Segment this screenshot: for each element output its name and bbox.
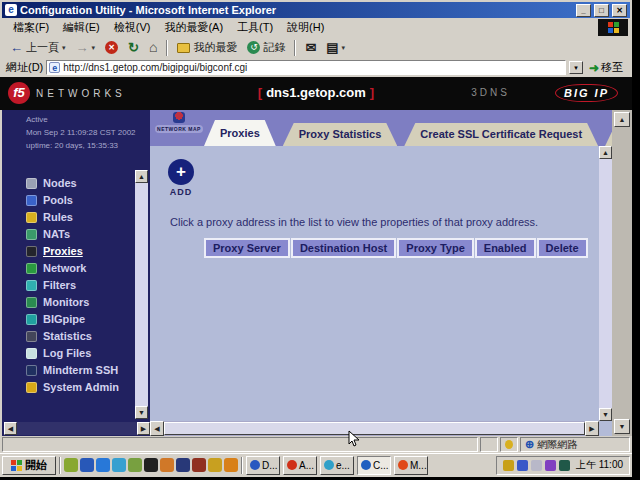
content-horizontal-scrollbar[interactable]: ◀ ▶ — [150, 421, 599, 436]
minimize-button[interactable]: _ — [576, 4, 591, 17]
bigip-product-link[interactable]: BIG IP — [555, 84, 618, 102]
print-dropdown-icon[interactable]: ▾ — [342, 44, 346, 52]
scrollbar-track[interactable] — [135, 183, 148, 406]
scroll-right-icon[interactable]: ▶ — [137, 422, 150, 435]
address-bar: 網址(D) e http://dns1.getop.com/bigipgui/b… — [2, 58, 630, 77]
stop-icon: ✕ — [105, 41, 118, 54]
browser-toolbar: ← 上一頁 ▾ → ▾ ✕ ↻ ⌂ 我的最愛 ↺ 記錄 ✉ ▤ — [2, 37, 630, 58]
sidebar-item-network[interactable]: Network — [2, 260, 150, 277]
tray-icon[interactable] — [559, 460, 570, 471]
tray-icon[interactable] — [517, 460, 528, 471]
sidebar-item-system-admin[interactable]: System Admin — [2, 379, 150, 396]
column-header-proxy-type[interactable]: Proxy Type — [397, 238, 474, 258]
stop-button[interactable]: ✕ — [101, 40, 122, 55]
sidebar-horizontal-scrollbar[interactable]: ◀ ▶ — [4, 422, 150, 435]
url-input[interactable]: e http://dns1.getop.com/bigipgui/bigconf… — [46, 60, 566, 75]
tray-icon[interactable] — [503, 460, 514, 471]
network-map-button[interactable]: NETWORK MAP — [155, 112, 203, 133]
refresh-button[interactable]: ↻ — [124, 40, 143, 55]
favorites-button[interactable]: 我的最愛 — [173, 39, 241, 56]
scroll-left-icon[interactable]: ◀ — [150, 421, 164, 436]
column-header-destination-host[interactable]: Destination Host — [291, 238, 396, 258]
forward-dropdown-icon[interactable]: ▾ — [92, 44, 96, 52]
scroll-down-icon[interactable]: ▼ — [599, 408, 612, 421]
menu-view[interactable]: 檢視(V) — [107, 18, 158, 37]
sidebar-item-filters[interactable]: Filters — [2, 277, 150, 294]
sidebar-item-statistics[interactable]: Statistics — [2, 328, 150, 345]
taskbar-window-button[interactable]: A... — [283, 456, 317, 475]
back-button[interactable]: ← 上一頁 ▾ — [6, 39, 70, 56]
window-titlebar[interactable]: e Configuration Utility - Microsoft Inte… — [2, 2, 630, 18]
menu-edit[interactable]: 編輯(E) — [56, 18, 107, 37]
tab-proxies[interactable]: Proxies — [204, 120, 276, 146]
tab-proxy-statistics[interactable]: Proxy Statistics — [283, 123, 398, 146]
scroll-left-icon[interactable]: ◀ — [4, 422, 17, 435]
sidebar-item-bigpipe[interactable]: BIGpipe — [2, 311, 150, 328]
content-vertical-scrollbar[interactable]: ▲ ▼ — [599, 146, 612, 421]
desktop: e Configuration Utility - Microsoft Inte… — [0, 0, 632, 477]
sidebar-item-nats[interactable]: NATs — [2, 226, 150, 243]
column-header-delete[interactable]: Delete — [537, 238, 588, 258]
quick-launch-icon[interactable] — [64, 458, 78, 472]
mail-button[interactable]: ✉ — [301, 40, 320, 55]
sidebar-item-rules[interactable]: Rules — [2, 209, 150, 226]
tab-create-ssl-certificate-request[interactable]: Create SSL Certificate Request — [404, 123, 598, 146]
add-proxy-button[interactable]: + — [168, 159, 194, 185]
scroll-up-icon[interactable]: ▲ — [599, 146, 612, 159]
quick-launch-icon[interactable] — [224, 458, 238, 472]
sidebar-item-log-files[interactable]: Log Files — [2, 345, 150, 362]
scroll-down-icon[interactable]: ▼ — [135, 406, 148, 419]
quick-launch-icon[interactable] — [112, 458, 126, 472]
print-button[interactable]: ▤ ▾ — [322, 40, 349, 55]
scrollbar-thumb[interactable] — [164, 422, 585, 435]
quick-launch-icon[interactable] — [160, 458, 174, 472]
tab-bar: NETWORK MAP Proxies Proxy Statistics Cre… — [150, 110, 612, 146]
go-button[interactable]: ➜ 移至 — [586, 60, 626, 75]
back-dropdown-icon[interactable]: ▾ — [62, 44, 66, 52]
quick-launch-icon[interactable] — [144, 458, 158, 472]
tab-install-ssl-certificate[interactable]: Install SSL Certif — [605, 123, 612, 146]
dns-product-link[interactable]: 3DNS — [471, 87, 510, 98]
window-vertical-scrollbar[interactable]: ▲ ▼ — [612, 110, 632, 436]
menu-help[interactable]: 說明(H) — [280, 18, 331, 37]
taskbar-window-button-active[interactable]: C... — [357, 456, 391, 475]
url-dropdown-icon[interactable]: ▾ — [569, 61, 583, 74]
sidebar-item-proxies[interactable]: Proxies — [2, 243, 150, 260]
menu-favorites[interactable]: 我的最愛(A) — [157, 18, 230, 37]
sidebar-item-pools[interactable]: Pools — [2, 192, 150, 209]
close-button[interactable]: ✕ — [612, 4, 627, 17]
quick-launch-icon[interactable] — [128, 458, 142, 472]
sidebar-item-mindterm-ssh[interactable]: Mindterm SSH — [2, 362, 150, 379]
taskbar-window-button[interactable]: M... — [394, 456, 428, 475]
column-header-proxy-server[interactable]: Proxy Server — [204, 238, 290, 258]
forward-button[interactable]: → ▾ — [72, 40, 100, 55]
tray-icon[interactable] — [545, 460, 556, 471]
scrollbar-track[interactable] — [599, 159, 612, 408]
scroll-up-icon[interactable]: ▲ — [135, 170, 148, 183]
start-button[interactable]: 開始 — [2, 456, 56, 475]
column-header-enabled[interactable]: Enabled — [475, 238, 536, 258]
sidebar-vertical-scrollbar[interactable]: ▲ ▼ — [135, 170, 148, 419]
taskbar-window-button[interactable]: D... — [246, 456, 280, 475]
menu-file[interactable]: 檔案(F) — [6, 18, 56, 37]
page-icon: e — [49, 62, 60, 73]
history-button[interactable]: ↺ 記錄 — [243, 39, 289, 56]
scroll-down-icon[interactable]: ▼ — [614, 419, 630, 434]
taskbar-window-button[interactable]: e... — [320, 456, 354, 475]
window-title: Configuration Utility - Microsoft Intern… — [20, 4, 573, 16]
scroll-right-icon[interactable]: ▶ — [585, 421, 599, 436]
maximize-button[interactable]: □ — [594, 4, 609, 17]
quick-launch-icon[interactable] — [176, 458, 190, 472]
tray-icon[interactable] — [531, 460, 542, 471]
history-label: 記錄 — [263, 40, 285, 55]
quick-launch-icon[interactable] — [96, 458, 110, 472]
quick-launch-icon[interactable] — [208, 458, 222, 472]
quick-launch-icon[interactable] — [80, 458, 94, 472]
sidebar-item-monitors[interactable]: Monitors — [2, 294, 150, 311]
quick-launch-icon[interactable] — [192, 458, 206, 472]
sidebar-item-nodes[interactable]: Nodes — [2, 175, 150, 192]
f5-brand-header: f5 NETWORKS [dns1.getop.com] 3DNS BIG IP — [0, 77, 632, 110]
home-button[interactable]: ⌂ — [145, 40, 161, 55]
scroll-up-icon[interactable]: ▲ — [614, 112, 630, 127]
menu-tools[interactable]: 工具(T) — [230, 18, 280, 37]
